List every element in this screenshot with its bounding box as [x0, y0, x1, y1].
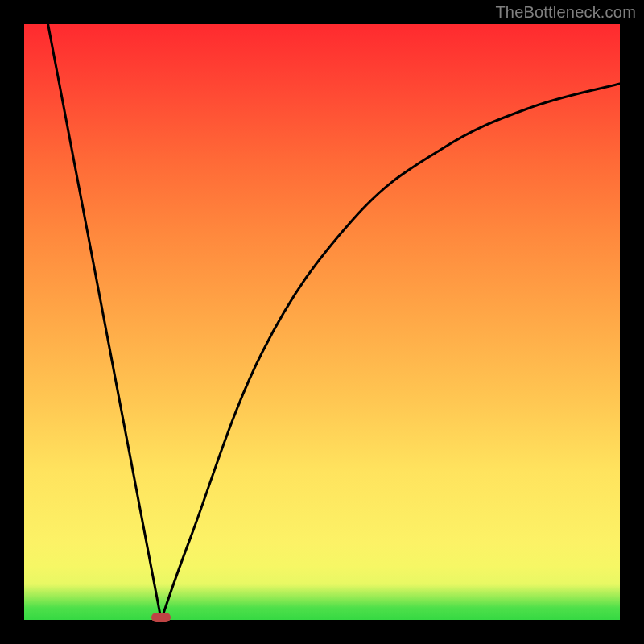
- plot-area: [24, 24, 620, 620]
- minimum-marker: [151, 613, 171, 622]
- chart-frame: TheBottleneck.com: [0, 0, 644, 644]
- watermark-label: TheBottleneck.com: [495, 3, 636, 22]
- bottleneck-curve: [24, 24, 620, 620]
